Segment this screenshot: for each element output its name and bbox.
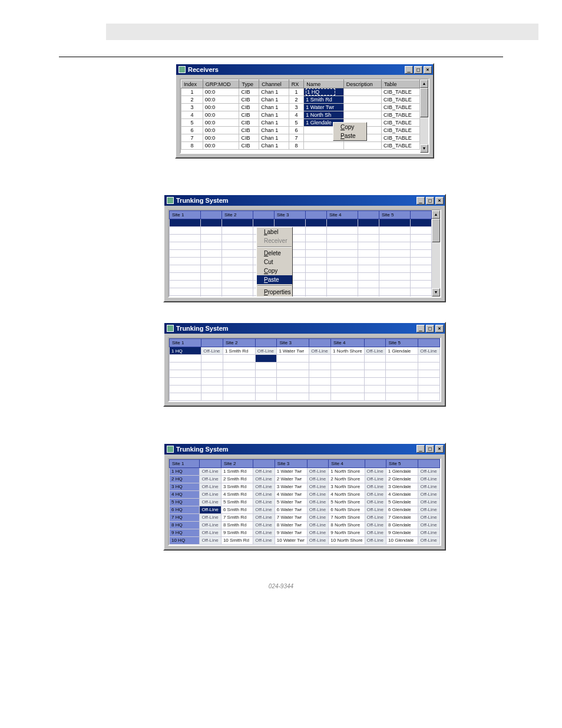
table-cell[interactable] bbox=[326, 258, 358, 265]
site-cell[interactable]: 1 Water Twr bbox=[277, 347, 309, 355]
table-cell[interactable] bbox=[274, 219, 305, 227]
cell-chan[interactable]: Chan 1 bbox=[259, 127, 289, 134]
status-cell[interactable]: Off-Line bbox=[418, 529, 440, 536]
status-cell[interactable]: Off-Line bbox=[418, 475, 440, 483]
status-cell[interactable]: Off-Line bbox=[253, 483, 275, 490]
site-cell[interactable]: 1 HQ bbox=[170, 347, 201, 355]
status-cell[interactable]: Off-Line bbox=[307, 513, 329, 521]
trunking-table[interactable]: Site 1Site 2Site 3Site 4Site 5 1 HQOff-L… bbox=[169, 338, 440, 402]
vertical-scrollbar[interactable]: ▲ ▼ bbox=[432, 210, 440, 297]
cell-grp[interactable]: 00:0 bbox=[203, 104, 239, 111]
table-cell[interactable] bbox=[330, 355, 364, 363]
status-cell[interactable]: Off-Line bbox=[307, 475, 329, 483]
site-cell[interactable]: 2 Water Twr bbox=[275, 475, 307, 483]
cell-table[interactable]: CIB_TABLE bbox=[381, 119, 419, 127]
table-cell[interactable] bbox=[222, 227, 253, 235]
table-cell[interactable] bbox=[201, 250, 222, 258]
table-cell[interactable] bbox=[418, 378, 440, 386]
close-button[interactable]: × bbox=[435, 445, 444, 453]
status-cell[interactable]: Off-Line bbox=[307, 536, 329, 544]
table-cell[interactable] bbox=[358, 273, 379, 281]
column-header[interactable]: Channel bbox=[259, 80, 289, 88]
table-cell[interactable] bbox=[223, 363, 255, 370]
site-cell[interactable]: 3 Water Twr bbox=[275, 483, 307, 490]
cell-chan[interactable]: Chan 1 bbox=[259, 96, 289, 104]
table-cell[interactable] bbox=[222, 265, 253, 273]
status-cell[interactable]: Off-Line bbox=[365, 521, 386, 529]
site-cell[interactable]: 7 Water Twr bbox=[275, 513, 307, 521]
table-cell[interactable] bbox=[255, 393, 277, 401]
menu-item-properties[interactable]: Properties bbox=[257, 288, 292, 297]
table-cell[interactable] bbox=[255, 370, 277, 378]
table-cell[interactable] bbox=[379, 296, 410, 298]
site-cell[interactable]: 5 HQ bbox=[170, 498, 200, 506]
table-cell[interactable] bbox=[386, 378, 418, 386]
column-header[interactable]: Name bbox=[304, 80, 344, 88]
site-cell[interactable]: 10 Glendale bbox=[386, 536, 418, 544]
column-header[interactable]: GRP:MOD bbox=[203, 80, 239, 88]
site-cell[interactable]: 2 Smith Rd bbox=[221, 475, 253, 483]
table-cell[interactable] bbox=[223, 370, 255, 378]
status-cell[interactable]: Off-Line bbox=[307, 483, 329, 490]
table-cell[interactable] bbox=[222, 273, 253, 281]
table-cell[interactable] bbox=[330, 401, 364, 403]
status-cell[interactable]: Off-Line bbox=[253, 498, 275, 506]
site-status-header[interactable] bbox=[201, 339, 223, 347]
table-cell[interactable] bbox=[170, 355, 201, 363]
table-cell[interactable] bbox=[379, 242, 410, 250]
site-cell[interactable]: 4 North Shore bbox=[329, 490, 365, 498]
scroll-up-button[interactable]: ▲ bbox=[432, 210, 440, 219]
status-cell[interactable]: Off-Line bbox=[418, 347, 440, 355]
cell-grp[interactable]: 00:0 bbox=[203, 111, 239, 119]
table-cell[interactable] bbox=[201, 235, 222, 242]
context-menu[interactable]: Copy Paste bbox=[333, 122, 367, 141]
status-cell[interactable]: Off-Line bbox=[418, 483, 440, 490]
table-cell[interactable] bbox=[309, 355, 331, 363]
site-cell[interactable]: 6 Glendale bbox=[386, 506, 418, 513]
site-cell[interactable]: 8 Glendale bbox=[386, 521, 418, 529]
site-cell[interactable]: 3 HQ bbox=[170, 483, 200, 490]
close-button[interactable]: × bbox=[424, 66, 432, 74]
cell-table[interactable]: CIB_TABLE bbox=[381, 96, 419, 104]
site-cell[interactable]: 4 Smith Rd bbox=[221, 490, 253, 498]
cell-table[interactable]: CIB_TABLE bbox=[381, 111, 419, 119]
table-cell[interactable] bbox=[411, 265, 432, 273]
minimize-button[interactable]: _ bbox=[405, 66, 413, 74]
table-cell[interactable] bbox=[330, 363, 364, 370]
table-cell[interactable] bbox=[255, 355, 277, 363]
table-cell[interactable] bbox=[306, 219, 327, 227]
table-cell[interactable] bbox=[309, 401, 331, 403]
table-cell[interactable] bbox=[201, 265, 222, 273]
table-cell[interactable] bbox=[201, 355, 223, 363]
table-cell[interactable] bbox=[358, 281, 379, 288]
table-cell[interactable] bbox=[222, 296, 253, 298]
cell-grp[interactable]: 00:0 bbox=[203, 127, 239, 134]
site-cell[interactable]: 1 North Shore bbox=[330, 347, 364, 355]
table-cell[interactable] bbox=[379, 273, 410, 281]
cell-desc[interactable] bbox=[343, 111, 381, 119]
table-cell[interactable] bbox=[277, 393, 309, 401]
site-header[interactable]: Site 4 bbox=[329, 459, 365, 467]
table-cell[interactable] bbox=[201, 378, 223, 386]
cell-grp[interactable]: 00:0 bbox=[203, 134, 239, 142]
table-cell[interactable] bbox=[326, 235, 358, 242]
maximize-button[interactable]: □ bbox=[426, 325, 434, 332]
site-cell[interactable]: 7 HQ bbox=[170, 513, 200, 521]
table-cell[interactable] bbox=[170, 401, 201, 403]
table-cell[interactable] bbox=[170, 281, 201, 288]
status-cell[interactable]: Off-Line bbox=[200, 467, 222, 475]
table-cell[interactable] bbox=[411, 296, 432, 298]
status-cell[interactable]: Off-Line bbox=[365, 529, 386, 536]
status-cell[interactable]: Off-Line bbox=[253, 536, 275, 544]
cell-desc[interactable] bbox=[343, 88, 381, 96]
table-cell[interactable] bbox=[379, 227, 410, 235]
site-cell[interactable]: 9 Glendale bbox=[386, 529, 418, 536]
cell-type[interactable]: CIB bbox=[239, 88, 259, 96]
table-cell[interactable] bbox=[277, 386, 309, 393]
site-cell[interactable]: 4 Water Twr bbox=[275, 490, 307, 498]
status-cell[interactable]: Off-Line bbox=[253, 513, 275, 521]
cell-idx[interactable]: 6 bbox=[181, 127, 203, 134]
table-cell[interactable] bbox=[306, 273, 327, 281]
status-cell[interactable]: Off-Line bbox=[418, 506, 440, 513]
table-cell[interactable] bbox=[201, 258, 222, 265]
